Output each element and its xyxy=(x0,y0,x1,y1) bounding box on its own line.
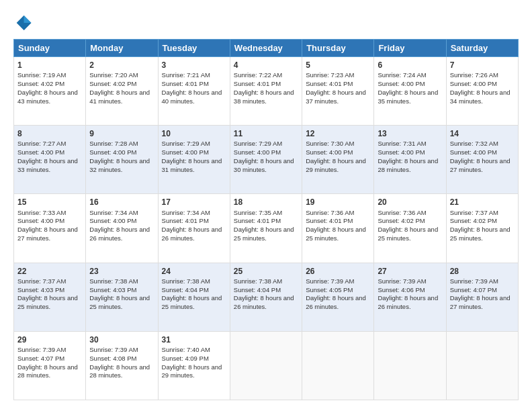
day-number: 3 xyxy=(162,60,226,71)
daylight-label: Daylight: 8 hours and 30 minutes. xyxy=(234,157,294,173)
day-cell-1: 1Sunrise: 7:19 AMSunset: 4:02 PMDaylight… xyxy=(14,57,86,126)
day-number: 21 xyxy=(450,197,515,208)
calendar-header-row: SundayMondayTuesdayWednesdayThursdayFrid… xyxy=(14,40,519,57)
sunset-label: Sunset: 4:00 PM xyxy=(378,148,425,156)
day-number: 8 xyxy=(17,128,82,139)
sunrise-label: Sunrise: 7:39 AM xyxy=(17,346,66,353)
sunset-label: Sunset: 4:01 PM xyxy=(306,217,353,224)
day-number: 13 xyxy=(378,128,442,139)
svg-marker-2 xyxy=(24,23,32,30)
sunset-label: Sunset: 4:00 PM xyxy=(89,148,136,156)
day-cell-6: 6Sunrise: 7:24 AMSunset: 4:00 PMDaylight… xyxy=(374,57,446,126)
sunrise-label: Sunrise: 7:22 AM xyxy=(234,71,282,79)
calendar-table: SundayMondayTuesdayWednesdayThursdayFrid… xyxy=(13,39,519,400)
day-cell-28: 28Sunrise: 7:39 AMSunset: 4:07 PMDayligh… xyxy=(446,263,518,331)
daylight-label: Daylight: 8 hours and 31 minutes. xyxy=(162,157,222,173)
day-number: 11 xyxy=(234,128,298,139)
day-cell-15: 15Sunrise: 7:33 AMSunset: 4:00 PMDayligh… xyxy=(14,194,86,263)
daylight-label: Daylight: 8 hours and 40 minutes. xyxy=(162,89,222,105)
day-number: 31 xyxy=(162,334,226,345)
day-cell-20: 20Sunrise: 7:36 AMSunset: 4:02 PMDayligh… xyxy=(374,194,446,263)
day-number: 10 xyxy=(162,128,226,139)
day-cell-18: 18Sunrise: 7:35 AMSunset: 4:01 PMDayligh… xyxy=(230,194,302,263)
sunset-label: Sunset: 4:01 PM xyxy=(162,80,209,87)
sunset-label: Sunset: 4:02 PM xyxy=(378,217,425,224)
day-header-friday: Friday xyxy=(374,40,446,57)
day-cell-23: 23Sunrise: 7:38 AMSunset: 4:03 PMDayligh… xyxy=(86,263,158,331)
sunset-label: Sunset: 4:01 PM xyxy=(162,217,209,224)
day-cell-27: 27Sunrise: 7:39 AMSunset: 4:06 PMDayligh… xyxy=(374,263,446,331)
sunset-label: Sunset: 4:00 PM xyxy=(450,80,497,87)
day-number: 24 xyxy=(162,266,226,277)
sunrise-label: Sunrise: 7:39 AM xyxy=(89,346,138,353)
day-cell-10: 10Sunrise: 7:29 AMSunset: 4:00 PMDayligh… xyxy=(158,126,230,194)
logo xyxy=(13,13,35,32)
day-number: 16 xyxy=(89,197,154,208)
sunrise-label: Sunrise: 7:34 AM xyxy=(162,209,210,216)
sunset-label: Sunset: 4:00 PM xyxy=(17,217,64,224)
day-header-thursday: Thursday xyxy=(302,40,374,57)
sunset-label: Sunset: 4:02 PM xyxy=(89,80,136,87)
day-number: 18 xyxy=(234,197,298,208)
day-cell-16: 16Sunrise: 7:34 AMSunset: 4:00 PMDayligh… xyxy=(86,194,158,263)
empty-cell xyxy=(230,331,302,400)
empty-cell xyxy=(446,331,518,400)
daylight-label: Daylight: 8 hours and 28 minutes. xyxy=(378,157,438,173)
daylight-label: Daylight: 8 hours and 28 minutes. xyxy=(17,363,78,379)
sunrise-label: Sunrise: 7:38 AM xyxy=(234,277,282,285)
daylight-label: Daylight: 8 hours and 32 minutes. xyxy=(89,157,150,173)
sunset-label: Sunset: 4:01 PM xyxy=(234,217,281,224)
week-row-5: 29Sunrise: 7:39 AMSunset: 4:07 PMDayligh… xyxy=(14,331,519,400)
sunrise-label: Sunrise: 7:39 AM xyxy=(378,277,426,285)
sunrise-label: Sunrise: 7:34 AM xyxy=(89,209,138,216)
day-cell-12: 12Sunrise: 7:30 AMSunset: 4:00 PMDayligh… xyxy=(302,126,374,194)
day-cell-24: 24Sunrise: 7:38 AMSunset: 4:04 PMDayligh… xyxy=(158,263,230,331)
sunrise-label: Sunrise: 7:37 AM xyxy=(450,209,498,216)
day-header-sunday: Sunday xyxy=(14,40,86,57)
daylight-label: Daylight: 8 hours and 34 minutes. xyxy=(450,89,511,105)
sunrise-label: Sunrise: 7:33 AM xyxy=(17,209,66,216)
daylight-label: Daylight: 8 hours and 35 minutes. xyxy=(378,89,438,105)
day-number: 27 xyxy=(378,266,442,277)
day-cell-19: 19Sunrise: 7:36 AMSunset: 4:01 PMDayligh… xyxy=(302,194,374,263)
sunset-label: Sunset: 4:01 PM xyxy=(306,80,353,87)
daylight-label: Daylight: 8 hours and 26 minutes. xyxy=(89,226,150,242)
sunset-label: Sunset: 4:00 PM xyxy=(89,217,136,224)
daylight-label: Daylight: 8 hours and 25 minutes. xyxy=(17,294,78,310)
daylight-label: Daylight: 8 hours and 25 minutes. xyxy=(89,294,150,310)
daylight-label: Daylight: 8 hours and 25 minutes. xyxy=(450,226,511,242)
day-cell-26: 26Sunrise: 7:39 AMSunset: 4:05 PMDayligh… xyxy=(302,263,374,331)
day-cell-3: 3Sunrise: 7:21 AMSunset: 4:01 PMDaylight… xyxy=(158,57,230,126)
sunset-label: Sunset: 4:04 PM xyxy=(234,286,281,293)
sunrise-label: Sunrise: 7:35 AM xyxy=(234,209,282,216)
day-number: 14 xyxy=(450,128,515,139)
daylight-label: Daylight: 8 hours and 25 minutes. xyxy=(378,226,438,242)
sunset-label: Sunset: 4:00 PM xyxy=(162,148,209,156)
day-cell-29: 29Sunrise: 7:39 AMSunset: 4:07 PMDayligh… xyxy=(14,331,86,400)
sunset-label: Sunset: 4:00 PM xyxy=(450,148,497,156)
day-cell-5: 5Sunrise: 7:23 AMSunset: 4:01 PMDaylight… xyxy=(302,57,374,126)
day-header-wednesday: Wednesday xyxy=(230,40,302,57)
sunset-label: Sunset: 4:08 PM xyxy=(89,355,136,362)
day-number: 1 xyxy=(17,60,82,71)
sunrise-label: Sunrise: 7:29 AM xyxy=(234,140,282,147)
sunset-label: Sunset: 4:03 PM xyxy=(89,286,136,293)
daylight-label: Daylight: 8 hours and 29 minutes. xyxy=(162,363,222,379)
empty-cell xyxy=(374,331,446,400)
sunrise-label: Sunrise: 7:23 AM xyxy=(306,71,354,79)
daylight-label: Daylight: 8 hours and 25 minutes. xyxy=(234,226,294,242)
day-cell-30: 30Sunrise: 7:39 AMSunset: 4:08 PMDayligh… xyxy=(86,331,158,400)
day-number: 12 xyxy=(306,128,370,139)
sunrise-label: Sunrise: 7:32 AM xyxy=(450,140,498,147)
sunset-label: Sunset: 4:02 PM xyxy=(450,217,497,224)
daylight-label: Daylight: 8 hours and 26 minutes. xyxy=(234,294,294,310)
sunrise-label: Sunrise: 7:21 AM xyxy=(162,71,210,79)
day-number: 29 xyxy=(17,334,82,345)
daylight-label: Daylight: 8 hours and 28 minutes. xyxy=(89,363,150,379)
sunset-label: Sunset: 4:02 PM xyxy=(17,80,64,87)
day-cell-11: 11Sunrise: 7:29 AMSunset: 4:00 PMDayligh… xyxy=(230,126,302,194)
sunrise-label: Sunrise: 7:28 AM xyxy=(89,140,138,147)
sunrise-label: Sunrise: 7:40 AM xyxy=(162,346,210,353)
sunrise-label: Sunrise: 7:39 AM xyxy=(306,277,354,285)
sunset-label: Sunset: 4:06 PM xyxy=(378,286,425,293)
